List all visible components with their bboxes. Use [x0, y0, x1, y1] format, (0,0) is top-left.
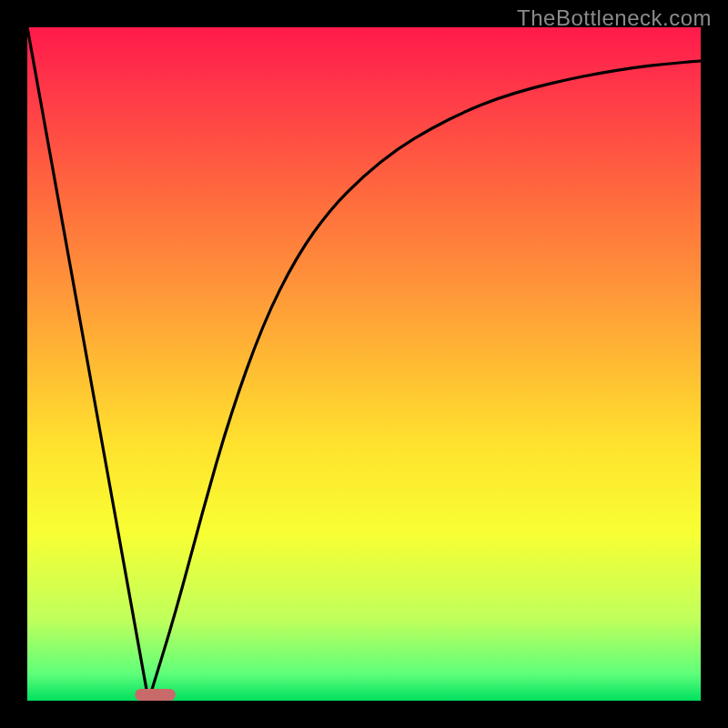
- valley-marker: [135, 689, 175, 701]
- chart-frame: TheBottleneck.com: [0, 0, 728, 728]
- chart-svg: [27, 27, 701, 701]
- curve-line: [27, 27, 701, 701]
- plot-area: [27, 27, 701, 701]
